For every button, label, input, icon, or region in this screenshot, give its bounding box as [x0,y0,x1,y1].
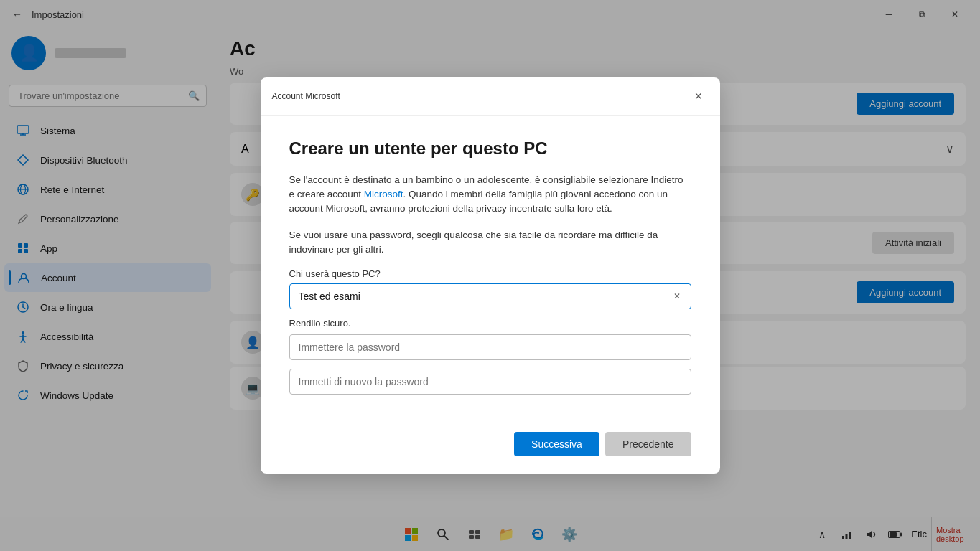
microsoft-account-modal: Account Microsoft ✕ Creare un utente per… [261,77,720,474]
password-field-wrapper [289,334,691,360]
clear-username-icon[interactable]: ✕ [670,289,684,303]
microsoft-link[interactable]: Microsoft [364,189,403,199]
modal-close-button[interactable]: ✕ [689,86,709,106]
modal-overlay: Account Microsoft ✕ Creare un utente per… [0,0,980,551]
modal-header: Account Microsoft ✕ [261,77,720,116]
password-input[interactable] [289,334,691,360]
password-confirm-field-wrapper [289,369,691,395]
modal-title: Account Microsoft [272,91,340,101]
next-button[interactable]: Successiva [514,432,599,456]
username-input[interactable] [289,283,691,309]
modal-heading: Creare un utente per questo PC [289,138,691,159]
prev-button[interactable]: Precedente [605,432,691,456]
who-label: Chi userà questo PC? [289,268,691,279]
rendilo-label: Rendilo sicuro. [289,318,691,329]
modal-text-2: Se vuoi usare una password, scegli qualc… [289,228,691,258]
username-field-wrapper: ✕ [289,283,691,309]
password-confirm-input[interactable] [289,369,691,395]
modal-footer: Successiva Precedente [261,420,720,474]
modal-text-1: Se l'account è destinato a un bambino o … [289,173,691,217]
modal-body: Creare un utente per questo PC Se l'acco… [261,116,720,420]
